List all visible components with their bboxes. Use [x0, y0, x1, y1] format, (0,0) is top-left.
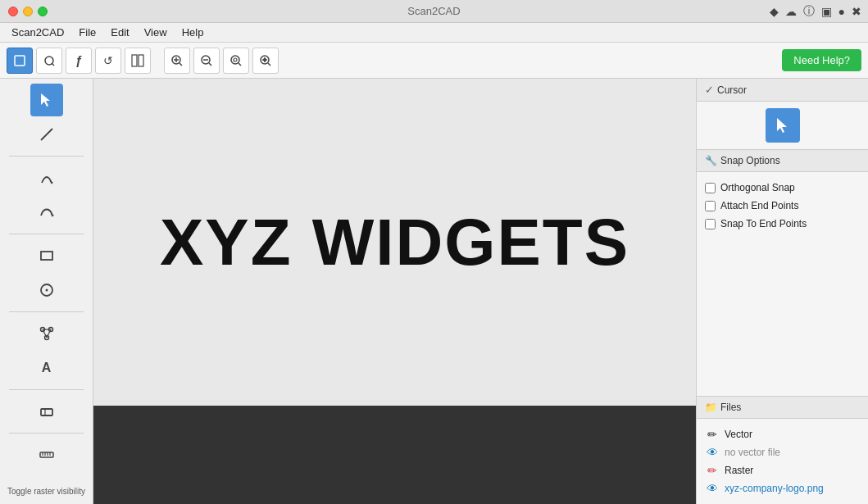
raster-label: Raster	[725, 465, 753, 476]
attach-end-points-option[interactable]: Attach End Points	[705, 197, 860, 215]
menu-file[interactable]: File	[72, 25, 102, 40]
window-title: Scan2CAD	[407, 5, 460, 17]
svg-point-19	[263, 58, 266, 61]
attach-end-points-checkbox[interactable]	[705, 201, 716, 211]
dropbox-icon[interactable]: ◆	[770, 5, 779, 18]
orthogonal-snap-option[interactable]: Orthogonal Snap	[705, 179, 860, 197]
panel-spacer	[697, 239, 868, 396]
maximize-button[interactable]	[38, 7, 48, 16]
cursor-section-header: ✓ Cursor	[697, 79, 868, 102]
tool-curve[interactable]	[30, 196, 63, 229]
raster-file-row: 👁 xyz-company-logo.png	[705, 479, 860, 497]
info-icon[interactable]: ⓘ	[803, 4, 815, 19]
svg-rect-3	[132, 55, 137, 66]
sidebar-divider-2	[9, 234, 83, 234]
no-vector-label: no vector file	[725, 447, 780, 458]
cursor-checkmark-icon: ✓	[705, 84, 714, 96]
sidebar-divider-4	[9, 389, 83, 390]
cursor-tool-button[interactable]	[766, 108, 800, 143]
zoom-in-button[interactable]	[164, 48, 190, 74]
snap-icon: 🔧	[705, 155, 717, 166]
text-tool-icon: A	[42, 361, 52, 375]
toggle-raster-label[interactable]: Toggle raster visibility	[4, 484, 89, 499]
canvas-raster-area	[93, 406, 696, 504]
files-icon: 📁	[705, 402, 717, 413]
titlebar: Scan2CAD ◆ ☁ ⓘ ▣ ● ✖	[0, 0, 868, 23]
snap-options-section: Orthogonal Snap Attach End Points Snap T…	[697, 172, 868, 239]
rotate-icon: ↺	[103, 54, 113, 67]
svg-rect-0	[15, 56, 25, 66]
minimize-button[interactable]	[23, 7, 33, 16]
svg-line-2	[52, 63, 54, 66]
raster-row: ✏ Raster	[705, 461, 860, 479]
snap-options-header: 🔧 Snap Options	[697, 149, 868, 172]
tool-arc[interactable]	[30, 161, 63, 194]
menu-view[interactable]: View	[138, 25, 174, 40]
raster-pen-icon: ✏	[705, 464, 720, 477]
tool-node[interactable]	[30, 317, 63, 350]
tool-line[interactable]	[30, 118, 63, 151]
cloud-icon[interactable]: ☁	[785, 5, 797, 18]
snap-header-label: Snap Options	[720, 155, 780, 166]
raster-filename: xyz-company-logo.png	[725, 483, 824, 494]
vector-eye-icon: 👁	[705, 446, 720, 459]
sidebar-divider-5	[9, 433, 83, 434]
tool-lasso[interactable]	[36, 48, 62, 74]
formula-button[interactable]: ƒ	[66, 48, 92, 74]
split-button[interactable]	[125, 48, 151, 74]
clock-icon[interactable]: ●	[838, 5, 845, 18]
zoom-extents-button[interactable]	[252, 48, 279, 74]
files-section-header: 📁 Files	[697, 396, 868, 419]
svg-line-21	[41, 129, 52, 140]
svg-point-14	[234, 58, 237, 61]
screen-icon[interactable]: ▣	[821, 5, 832, 18]
svg-point-12	[231, 56, 239, 64]
svg-marker-38	[777, 118, 787, 133]
canvas-area[interactable]: XYZ WIDGETS	[93, 79, 696, 504]
menu-edit[interactable]: Edit	[104, 25, 135, 40]
svg-line-13	[239, 63, 241, 66]
sidebar-divider-1	[9, 156, 83, 157]
snap-to-end-points-label: Snap To End Points	[720, 218, 807, 229]
tool-rect[interactable]	[30, 239, 63, 272]
raster-eye-icon: 👁	[705, 482, 720, 495]
menubar: Scan2CAD File Edit View Help	[0, 23, 868, 43]
bluetooth-icon[interactable]: ✖	[852, 5, 861, 18]
svg-rect-31	[41, 409, 52, 415]
canvas-text: XYZ WIDGETS	[160, 205, 629, 280]
tool-text[interactable]: A	[30, 352, 63, 384]
snap-to-end-points-option[interactable]: Snap To End Points	[705, 215, 860, 233]
files-header-label: Files	[720, 402, 741, 413]
attach-end-points-label: Attach End Points	[720, 200, 798, 211]
menu-help[interactable]: Help	[175, 25, 211, 40]
tool-erase[interactable]	[30, 395, 63, 428]
formula-icon: ƒ	[75, 53, 82, 67]
close-button[interactable]	[8, 7, 18, 16]
tool-ruler[interactable]	[30, 438, 63, 471]
cursor-section	[697, 102, 868, 149]
zoom-out-button[interactable]	[193, 48, 220, 74]
rotate-button[interactable]: ↺	[95, 48, 121, 74]
menu-scan2cad[interactable]: Scan2CAD	[5, 25, 70, 40]
toolbar: ƒ ↺ Need Help?	[0, 43, 868, 79]
orthogonal-snap-checkbox[interactable]	[705, 183, 716, 193]
svg-rect-4	[139, 55, 143, 66]
cursor-header-label: Cursor	[717, 84, 747, 96]
svg-line-10	[209, 63, 211, 66]
tool-select[interactable]	[30, 84, 63, 116]
snap-to-end-points-checkbox[interactable]	[705, 219, 716, 229]
svg-point-24	[45, 289, 48, 292]
vector-pen-icon: ✏	[705, 428, 720, 441]
tool-circle[interactable]	[30, 274, 63, 306]
tool-select-toggle[interactable]	[7, 48, 33, 74]
canvas-content: XYZ WIDGETS	[93, 79, 696, 406]
window-controls	[8, 7, 48, 16]
orthogonal-snap-label: Orthogonal Snap	[720, 182, 795, 193]
sidebar-divider-3	[9, 311, 83, 312]
vector-row: ✏ Vector	[705, 425, 860, 443]
need-help-button[interactable]: Need Help?	[782, 49, 861, 71]
right-panel: ✓ Cursor 🔧 Snap Options Orthogonal Snap …	[696, 79, 868, 504]
svg-line-6	[180, 63, 182, 66]
zoom-fit-button[interactable]	[223, 48, 249, 74]
svg-line-16	[268, 63, 270, 66]
